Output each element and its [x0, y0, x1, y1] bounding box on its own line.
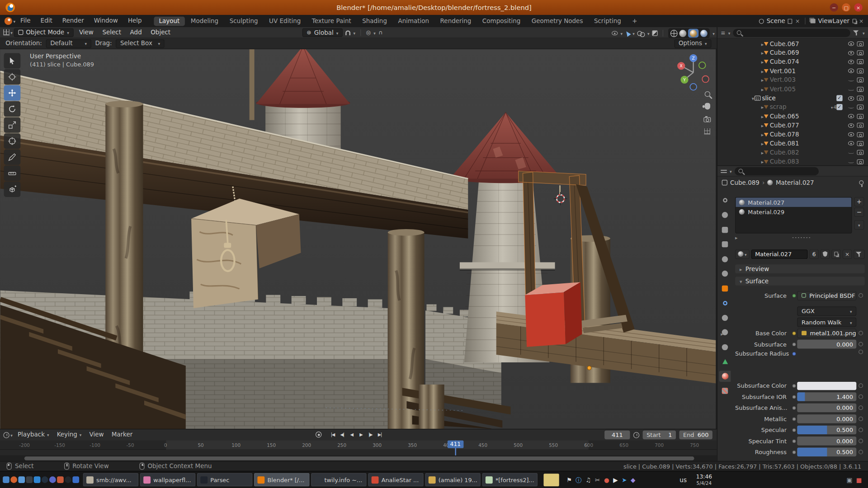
workspace-tab-layout[interactable]: Layout: [154, 16, 185, 26]
properties-editor-icon[interactable]: [721, 169, 726, 174]
material-filter-button[interactable]: [854, 249, 864, 259]
workspace-tab-scripting[interactable]: Scripting: [589, 16, 626, 26]
tool-rotate-button[interactable]: [4, 101, 21, 117]
tool-select-box-button[interactable]: [4, 53, 21, 69]
shading-material-button[interactable]: [690, 30, 697, 37]
outliner-item-cube-077[interactable]: Cube.077: [717, 121, 868, 130]
slot-specials-button[interactable]: [854, 220, 864, 230]
outliner-item-cube-069[interactable]: Cube.069: [717, 48, 868, 57]
camera-view-icon[interactable]: [703, 117, 711, 122]
properties-tab-world[interactable]: [719, 268, 731, 279]
taskbar-window-blender[interactable]: Blender* [/...: [254, 473, 309, 486]
outliner-item-cube-067[interactable]: Cube.067: [717, 39, 868, 48]
blender-menu-icon[interactable]: [5, 17, 12, 25]
jump-to-prev-keyframe-button[interactable]: ◀|: [338, 431, 346, 439]
overlays-dropdown-icon[interactable]: [647, 30, 650, 37]
unlink-scene-icon[interactable]: [795, 18, 800, 25]
hide-in-viewport-toggle[interactable]: [848, 42, 854, 46]
keyframe-track[interactable]: [0, 450, 717, 455]
view-layer-selector[interactable]: ViewLayer: [818, 18, 850, 25]
outliner-item-vert-001[interactable]: Vert.001: [717, 66, 868, 75]
decorator[interactable]: [856, 331, 864, 335]
decorator[interactable]: [856, 293, 864, 298]
value-slider[interactable]: 0.000: [797, 404, 856, 413]
launcher-media-player-icon[interactable]: [57, 476, 64, 483]
taskbar-window-wallpaperfl[interactable]: wallpaperfl...: [140, 473, 195, 486]
disable-in-renders-toggle[interactable]: [857, 51, 864, 56]
disable-in-renders-toggle[interactable]: [857, 150, 864, 155]
launcher-web-browser-icon[interactable]: [10, 476, 17, 483]
launcher-steam-icon[interactable]: [42, 476, 48, 483]
timeline-menu-view[interactable]: View: [85, 429, 108, 441]
tray-alert-icon[interactable]: ■: [856, 477, 862, 483]
disable-in-renders-toggle[interactable]: [857, 114, 864, 119]
outliner-item-vert-005[interactable]: Vert.005: [717, 84, 868, 94]
hide-in-viewport-toggle[interactable]: [848, 151, 854, 154]
disable-in-renders-toggle[interactable]: [857, 132, 864, 137]
launcher-terminal-icon[interactable]: [26, 476, 33, 483]
tray-info-icon[interactable]: ⓘ: [576, 477, 581, 483]
tray-record-icon[interactable]: ●: [604, 477, 609, 483]
disable-in-renders-toggle[interactable]: [857, 69, 864, 74]
disable-in-renders-toggle[interactable]: [857, 60, 864, 65]
filter-dropdown-icon[interactable]: [863, 29, 865, 36]
taskbar-window-parsec[interactable]: Parsec: [197, 473, 252, 486]
workspace-tab-compositing[interactable]: Compositing: [477, 16, 525, 26]
disable-in-renders-toggle[interactable]: [857, 105, 864, 110]
decorator[interactable]: [856, 394, 864, 399]
shading-rendered-button[interactable]: [700, 30, 708, 37]
launcher-obs-icon[interactable]: [65, 476, 71, 483]
disable-in-renders-toggle[interactable]: [857, 41, 864, 46]
gizmo-y-negative[interactable]: [699, 62, 706, 69]
properties-tab-texture[interactable]: [719, 385, 731, 396]
gizmo-z-negative[interactable]: [690, 84, 697, 90]
disable-in-renders-toggle[interactable]: [857, 96, 864, 101]
collection-checkbox[interactable]: [836, 95, 842, 101]
breadcrumb-object[interactable]: Cube.089: [730, 179, 760, 186]
disable-in-renders-toggle[interactable]: [857, 159, 864, 164]
decorator[interactable]: [856, 350, 864, 354]
hide-in-viewport-toggle[interactable]: [848, 160, 854, 163]
gizmo-dropdown-icon[interactable]: [632, 30, 635, 37]
hide-in-viewport-toggle[interactable]: [848, 106, 854, 108]
add-slot-button[interactable]: [854, 197, 864, 206]
transform-orientation-dropdown[interactable]: ⊕ Global: [302, 28, 343, 37]
decorator[interactable]: [856, 439, 864, 443]
tray-network-icon[interactable]: ▣: [846, 477, 852, 483]
value-slider[interactable]: 0.500: [797, 448, 856, 457]
taskbar-window-twily-info[interactable]: twily.info ~...: [311, 473, 366, 486]
workspace-tab-geometry-nodes[interactable]: Geometry Nodes: [527, 16, 588, 26]
close-button[interactable]: ×: [854, 3, 862, 11]
outliner-item-cube-082[interactable]: Cube.082: [717, 148, 868, 157]
decorator[interactable]: [856, 450, 864, 455]
tool-annotate-button[interactable]: [4, 150, 21, 165]
outliner-item-vert-003[interactable]: Vert.003: [717, 75, 868, 84]
tray-device-icon[interactable]: ◆: [631, 477, 635, 483]
dropdown-random-walk[interactable]: Random Walk: [797, 317, 856, 327]
hide-in-viewport-toggle[interactable]: [848, 132, 854, 137]
minimize-button[interactable]: −: [830, 3, 838, 11]
remove-slot-button[interactable]: [854, 207, 864, 217]
unlink-material-button[interactable]: [843, 249, 852, 259]
disclosure-triangle-icon[interactable]: [752, 94, 755, 102]
outliner-item-cube-065[interactable]: Cube.065: [717, 112, 868, 121]
browse-material-button[interactable]: [735, 249, 750, 259]
properties-search[interactable]: [735, 167, 819, 175]
users-count-button[interactable]: 6: [809, 249, 819, 259]
menu-help[interactable]: Help: [123, 15, 147, 27]
outliner-editor-icon[interactable]: ≡: [721, 30, 725, 36]
value-slider[interactable]: 0.000: [797, 414, 856, 423]
tool-measure-button[interactable]: [4, 165, 21, 181]
properties-search-input[interactable]: [745, 168, 815, 174]
new-scene-icon[interactable]: [788, 19, 793, 23]
new-view-layer-icon[interactable]: [852, 19, 856, 23]
properties-tab-modifiers[interactable]: [719, 297, 731, 308]
timeline-menu-keying[interactable]: Keying: [53, 429, 85, 441]
support-pole-small[interactable]: [419, 385, 444, 429]
copy-material-button[interactable]: [831, 249, 841, 259]
play-reverse-button[interactable]: ◀: [348, 431, 355, 439]
playhead-frame-chip[interactable]: 411: [447, 441, 463, 448]
outliner-search[interactable]: [733, 28, 850, 37]
scene-selector[interactable]: Scene: [767, 18, 785, 25]
show-visibility-icon[interactable]: [612, 31, 618, 36]
